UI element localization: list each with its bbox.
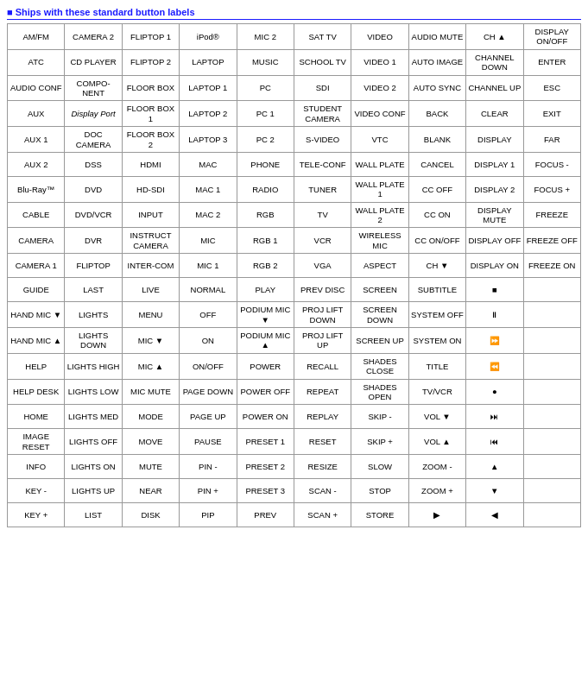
table-cell: PAGE DOWN <box>180 379 237 405</box>
table-cell: ⏸ <box>466 302 523 328</box>
table-cell: CAMERA <box>8 228 65 254</box>
table-cell <box>523 479 580 503</box>
table-cell: LIGHTS <box>65 302 122 328</box>
table-cell: LIGHTS ON <box>65 455 122 479</box>
table-cell <box>523 278 580 302</box>
table-cell: PHONE <box>237 152 294 176</box>
table-cell: INPUT <box>122 202 179 228</box>
table-cell: HELP <box>8 353 65 379</box>
table-cell: HELP DESK <box>8 379 65 405</box>
table-cell: ZOOM - <box>408 455 465 479</box>
table-cell: LAPTOP <box>180 49 237 75</box>
table-cell: ▶ <box>408 503 465 527</box>
table-cell: DVR <box>65 228 122 254</box>
table-cell: SHADES OPEN <box>351 379 408 405</box>
table-cell: RECALL <box>294 353 351 379</box>
table-cell: TUNER <box>294 176 351 202</box>
table-cell: SDI <box>294 75 351 101</box>
table-cell: PRESET 3 <box>237 479 294 503</box>
table-cell: FLOOR BOX 2 <box>122 127 179 153</box>
table-cell: LAPTOP 2 <box>180 101 237 127</box>
table-cell: PREV DISC <box>294 278 351 302</box>
table-cell: SHADES CLOSE <box>351 353 408 379</box>
table-cell <box>523 302 580 328</box>
table-cell: OFF <box>180 302 237 328</box>
table-cell: REPLAY <box>294 405 351 429</box>
table-cell <box>523 328 580 354</box>
table-cell: LIGHTS HIGH <box>65 353 122 379</box>
table-cell: RADIO <box>237 176 294 202</box>
table-cell: DVD <box>65 176 122 202</box>
table-cell: PRESET 1 <box>237 429 294 455</box>
table-cell: PIN + <box>180 479 237 503</box>
table-cell: AUX 2 <box>8 152 65 176</box>
table-cell: FLIPTOP 1 <box>122 24 179 50</box>
table-cell: CC ON <box>408 202 465 228</box>
table-cell: RGB 1 <box>237 228 294 254</box>
table-cell: ⏪ <box>466 353 523 379</box>
table-cell: ▼ <box>466 479 523 503</box>
table-cell: PODIUM MIC ▼ <box>237 302 294 328</box>
table-cell: LAPTOP 3 <box>180 127 237 153</box>
table-cell: AUDIO CONF <box>8 75 65 101</box>
table-cell: Display Port <box>65 101 122 127</box>
table-cell: PRESET 2 <box>237 455 294 479</box>
table-cell: FLIPTOP <box>65 254 122 278</box>
table-cell: ⏭ <box>466 405 523 429</box>
table-cell: WALL PLATE 2 <box>351 202 408 228</box>
table-cell: LIGHTS OFF <box>65 429 122 455</box>
table-cell: AUDIO MUTE <box>408 24 465 50</box>
table-cell: AUX 1 <box>8 127 65 153</box>
table-cell: DISPLAY MUTE <box>466 202 523 228</box>
table-cell: IMAGE RESET <box>8 429 65 455</box>
table-cell: DSS <box>65 152 122 176</box>
table-cell: ⏩ <box>466 328 523 354</box>
table-cell: ON <box>180 328 237 354</box>
table-cell: CHANNEL DOWN <box>466 49 523 75</box>
table-cell: PODIUM MIC ▲ <box>237 328 294 354</box>
table-cell <box>523 353 580 379</box>
table-cell: VTC <box>351 127 408 153</box>
table-cell: iPod® <box>180 24 237 50</box>
table-cell: HOME <box>8 405 65 429</box>
table-cell: DISPLAY ON <box>466 254 523 278</box>
table-cell: SCREEN <box>351 278 408 302</box>
table-cell: MIC ▲ <box>122 353 179 379</box>
table-cell: POWER ON <box>237 405 294 429</box>
table-cell: RGB <box>237 202 294 228</box>
table-cell: INTER-COM <box>122 254 179 278</box>
table-cell: FLIPTOP 2 <box>122 49 179 75</box>
table-cell: VIDEO 2 <box>351 75 408 101</box>
table-cell: FAR <box>523 127 580 153</box>
table-cell: PAUSE <box>180 429 237 455</box>
table-cell: TV <box>294 202 351 228</box>
table-cell: MIC ▼ <box>122 328 179 354</box>
table-cell: DISPLAY <box>466 127 523 153</box>
table-cell: MAC 2 <box>180 202 237 228</box>
table-cell: ASPECT <box>351 254 408 278</box>
table-cell: CC OFF <box>408 176 465 202</box>
table-cell: CANCEL <box>408 152 465 176</box>
table-cell: AM/FM <box>8 24 65 50</box>
table-cell: LIVE <box>122 278 179 302</box>
table-cell: SCAN - <box>294 479 351 503</box>
table-cell: AUX <box>8 101 65 127</box>
table-cell: MUTE <box>122 455 179 479</box>
table-cell: STUDENT CAMERA <box>294 101 351 127</box>
table-cell: REPEAT <box>294 379 351 405</box>
table-cell: SCAN + <box>294 503 351 527</box>
table-cell: VIDEO CONF <box>351 101 408 127</box>
table-cell: KEY - <box>8 479 65 503</box>
table-cell: RESIZE <box>294 455 351 479</box>
table-cell: PC <box>237 75 294 101</box>
table-cell: SYSTEM OFF <box>408 302 465 328</box>
table-cell: LAPTOP 1 <box>180 75 237 101</box>
table-cell: SUBTITLE <box>408 278 465 302</box>
table-cell: TITLE <box>408 353 465 379</box>
table-cell: MIC 1 <box>180 254 237 278</box>
table-cell: ENTER <box>523 49 580 75</box>
table-cell: STOP <box>351 479 408 503</box>
section-title: ■ Ships with these standard button label… <box>7 7 581 20</box>
table-cell: SAT TV <box>294 24 351 50</box>
table-cell: MODE <box>122 405 179 429</box>
